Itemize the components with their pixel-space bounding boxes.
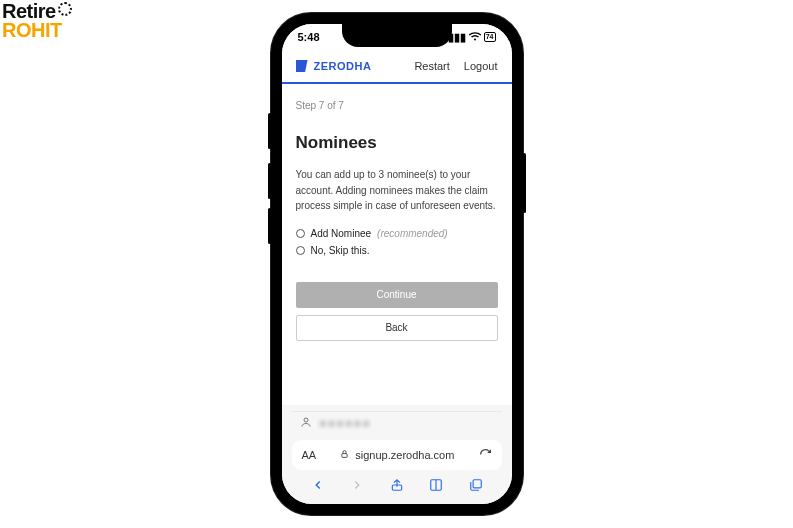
logout-link[interactable]: Logout — [464, 60, 498, 72]
tabs-icon[interactable] — [466, 478, 486, 496]
option-skip-label: No, Skip this. — [311, 245, 370, 256]
share-icon[interactable] — [387, 478, 407, 496]
battery-icon: 74 — [484, 32, 496, 42]
phone-notch — [342, 24, 452, 47]
svg-rect-3 — [473, 480, 481, 488]
form-content: Step 7 of 7 Nominees You can add up to 3… — [282, 84, 512, 405]
page-description: You can add up to 3 nominee(s) to your a… — [296, 167, 498, 214]
svg-point-0 — [304, 418, 308, 422]
option-add-hint: (recommended) — [377, 228, 448, 239]
brand-icon — [296, 60, 308, 72]
browser-chrome: ■■■■■■ AA signup.zerodha.com — [282, 405, 512, 504]
bookmarks-icon[interactable] — [426, 478, 446, 496]
phone-screen: 5:48 ▮▮▮ 74 ZERODHA Restart Logout Step … — [282, 24, 512, 504]
phone-frame: 5:48 ▮▮▮ 74 ZERODHA Restart Logout Step … — [271, 13, 523, 515]
back-button[interactable]: Back — [296, 315, 498, 341]
brand-logo[interactable]: ZERODHA — [296, 60, 372, 72]
option-add-label: Add Nominee — [311, 228, 372, 239]
url-bar[interactable]: AA signup.zerodha.com — [292, 440, 502, 470]
logo-line2: ROHIT — [2, 19, 62, 41]
status-time: 5:48 — [298, 31, 320, 43]
option-skip[interactable]: No, Skip this. — [296, 245, 498, 256]
lock-icon — [340, 448, 349, 462]
radio-icon — [296, 229, 305, 238]
person-icon — [300, 416, 312, 430]
continue-button[interactable]: Continue — [296, 282, 498, 308]
user-name-redacted: ■■■■■■ — [320, 417, 372, 429]
forward-icon — [347, 478, 367, 496]
step-indicator: Step 7 of 7 — [296, 100, 498, 111]
browser-tabbar — [292, 470, 502, 496]
restart-link[interactable]: Restart — [414, 60, 449, 72]
option-add-nominee[interactable]: Add Nominee (recommended) — [296, 228, 498, 239]
brand-text: ZERODHA — [314, 60, 372, 72]
radio-icon — [296, 246, 305, 255]
font-size-toggle[interactable]: AA — [302, 449, 317, 461]
reload-icon[interactable] — [479, 448, 492, 463]
url-text: signup.zerodha.com — [355, 449, 454, 461]
user-row[interactable]: ■■■■■■ — [292, 411, 502, 434]
page-title: Nominees — [296, 133, 498, 153]
page-watermark-logo: Retire ROHIT — [2, 2, 72, 40]
app-header: ZERODHA Restart Logout — [282, 50, 512, 84]
svg-rect-1 — [342, 454, 347, 458]
sun-icon — [58, 2, 72, 16]
wifi-icon — [469, 31, 481, 43]
back-icon[interactable] — [308, 478, 328, 496]
